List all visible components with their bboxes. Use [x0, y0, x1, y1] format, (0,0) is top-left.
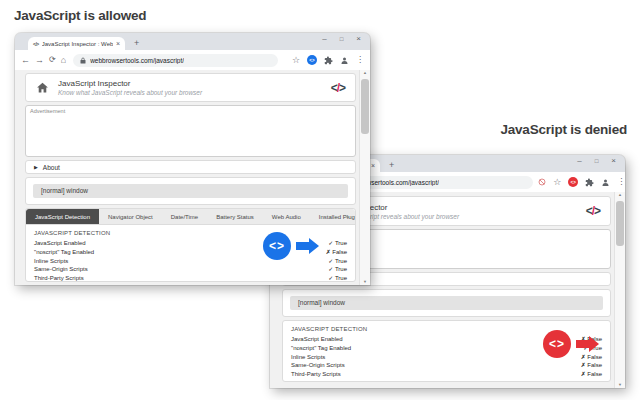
extensions-puzzle-icon[interactable]	[585, 178, 594, 187]
padlock-icon	[80, 57, 86, 64]
scroll-down-icon[interactable]: ▼	[615, 383, 625, 387]
page-viewport: JavaScript Inspector Know what JavaScrip…	[15, 70, 370, 285]
detection-heading: JAVASCRIPT DETECTION	[34, 230, 347, 236]
detection-row-label: Same-Origin Scripts	[291, 361, 581, 370]
code-gt: >	[594, 204, 600, 218]
detection-row: Third-Party Scripts✓ True	[34, 274, 347, 282]
detection-tab-web-audio[interactable]: Web Audio	[263, 209, 310, 224]
detection-tab-bar: JavaScript DetectionNavigator ObjectDate…	[26, 209, 355, 225]
scroll-down-icon[interactable]: ▼	[360, 280, 370, 284]
js-toggle-extension-icon-denied[interactable]: <>	[568, 177, 578, 187]
profile-avatar-icon[interactable]	[601, 178, 610, 187]
close-button[interactable]: ×	[611, 157, 616, 165]
detection-row-label: Third-Party Scripts	[291, 370, 581, 379]
allowed-arrow-icon	[296, 238, 319, 254]
detection-row-value: ✓ True	[328, 274, 347, 282]
detection-row-label: Third-Party Scripts	[34, 274, 328, 282]
tab-close-icon[interactable]: ×	[371, 162, 375, 169]
detection-tab-date-time[interactable]: Date/Time	[162, 209, 207, 224]
tab-strip: </> JavaScript Inspector : WebBrow × + –…	[15, 33, 370, 50]
detection-row-label: JavaScript Enabled	[291, 335, 581, 344]
code-brackets-icon: </>	[331, 81, 345, 95]
extensions-puzzle-icon[interactable]	[324, 56, 333, 65]
window-mode-value: [normal] window	[33, 184, 348, 198]
tab-title: JavaScript Inspector : WebBrow	[42, 41, 113, 47]
detection-row-label: "noscript" Tag Enabled	[291, 344, 583, 353]
window-mode-card: [normal] window	[25, 177, 356, 205]
scroll-up-icon[interactable]: ▲	[615, 193, 625, 197]
back-icon[interactable]: ←	[21, 56, 30, 65]
detection-row-value: ✓ True	[328, 239, 347, 248]
maximize-button[interactable]: □	[595, 158, 599, 164]
denied-extension-badge-icon: <>	[543, 330, 571, 358]
code-brackets-icon: </>	[586, 204, 600, 218]
detection-row-value: ✗ False	[581, 353, 602, 362]
browser-toolbar: ← → ⟳ ⌂ webbrowsertools.com/javascript/ …	[15, 50, 370, 70]
window-mode-value: [normal] window	[290, 296, 603, 310]
toolbar-right-icons: ☆ <> ⋮	[292, 55, 364, 65]
scroll-up-icon[interactable]: ▲	[360, 71, 370, 75]
reload-icon[interactable]: ⟳	[49, 56, 56, 64]
advertisement-label: Advertisement	[30, 108, 65, 114]
allowed-extension-badge-icon: <>	[263, 232, 291, 260]
detection-row-value: ✓ True	[328, 257, 347, 266]
detection-row: Same-Origin Scripts✓ True	[34, 265, 347, 274]
detection-row-value: ✗ False	[326, 248, 347, 257]
site-home-icon	[36, 81, 49, 94]
tab-favicon-code-icon: </>	[33, 41, 39, 47]
page-header-card: JavaScript Inspector Know what JavaScrip…	[25, 73, 356, 102]
expander-triangle-icon: ▶	[34, 165, 38, 170]
js-toggle-extension-icon-allowed[interactable]: <>	[307, 55, 317, 65]
detection-row-value: ✗ False	[581, 370, 602, 379]
window-controls: – □ ×	[577, 157, 616, 165]
code-gt: >	[339, 81, 345, 95]
detection-row: Same-Origin Scripts✗ False	[291, 361, 602, 370]
tabs-overflow-icon[interactable]: ▴	[346, 214, 349, 219]
browser-menu-icon[interactable]: ⋮	[356, 56, 364, 64]
new-tab-button[interactable]: +	[389, 161, 394, 170]
new-tab-button[interactable]: +	[134, 39, 139, 48]
advertisement-box: Advertisement	[25, 105, 356, 157]
browser-window-allowed: </> JavaScript Inspector : WebBrow × + –…	[15, 33, 370, 285]
detection-tab-javascript-detection[interactable]: JavaScript Detection	[26, 209, 99, 224]
bookmark-star-icon[interactable]: ☆	[292, 56, 300, 65]
home-icon[interactable]: ⌂	[61, 56, 66, 65]
scrollbar-thumb[interactable]	[361, 79, 369, 134]
detection-row-label: Same-Origin Scripts	[34, 265, 328, 274]
detection-tab-installed-plug-ins[interactable]: Installed Plug-Ins	[310, 209, 356, 224]
minimize-button[interactable]: –	[322, 35, 326, 43]
page-scrollbar[interactable]: ▲ ▼	[359, 70, 370, 285]
forward-icon[interactable]: →	[35, 56, 44, 65]
maximize-button[interactable]: □	[340, 36, 344, 42]
about-label: About	[43, 164, 60, 171]
window-mode-card: [normal] window	[282, 289, 611, 317]
allowed-caption: JavaScript is allowed	[14, 8, 146, 23]
about-expander-row[interactable]: ▶ About	[25, 160, 356, 174]
javascript-blocked-icon[interactable]	[538, 178, 546, 186]
detection-row-value: ✗ False	[581, 361, 602, 370]
address-bar[interactable]: webbrowsertools.com/javascript/	[73, 54, 278, 67]
tab-close-icon[interactable]: ×	[116, 40, 120, 47]
profile-avatar-icon[interactable]	[340, 56, 349, 65]
toolbar-right-icons: ☆ <> ⋮	[538, 177, 625, 187]
detection-row-value: ✓ True	[328, 265, 347, 274]
window-controls: – □ ×	[322, 35, 361, 43]
browser-menu-icon[interactable]: ⋮	[617, 178, 625, 186]
detection-row: Third-Party Scripts✗ False	[291, 370, 602, 379]
denied-arrow-icon	[576, 336, 599, 352]
close-button[interactable]: ×	[356, 35, 361, 43]
bookmark-star-icon[interactable]: ☆	[553, 178, 561, 187]
browser-tab[interactable]: </> JavaScript Inspector : WebBrow ×	[28, 37, 125, 50]
page-scrollbar[interactable]: ▲ ▼	[614, 192, 625, 388]
page-title: JavaScript Inspector	[58, 79, 322, 88]
url-text: webbrowsertools.com/javascript/	[90, 57, 184, 64]
detection-row: Inline Scripts✓ True	[34, 257, 347, 266]
denied-caption: JavaScript is denied	[500, 122, 627, 137]
page-subtitle: Know what JavaScript reveals about your …	[58, 89, 322, 96]
minimize-button[interactable]: –	[577, 157, 581, 165]
detection-row-label: Inline Scripts	[291, 353, 581, 362]
detection-tab-battery-status[interactable]: Battery Status	[207, 209, 263, 224]
detection-tab-navigator-object[interactable]: Navigator Object	[99, 209, 162, 224]
scrollbar-thumb[interactable]	[616, 201, 624, 246]
